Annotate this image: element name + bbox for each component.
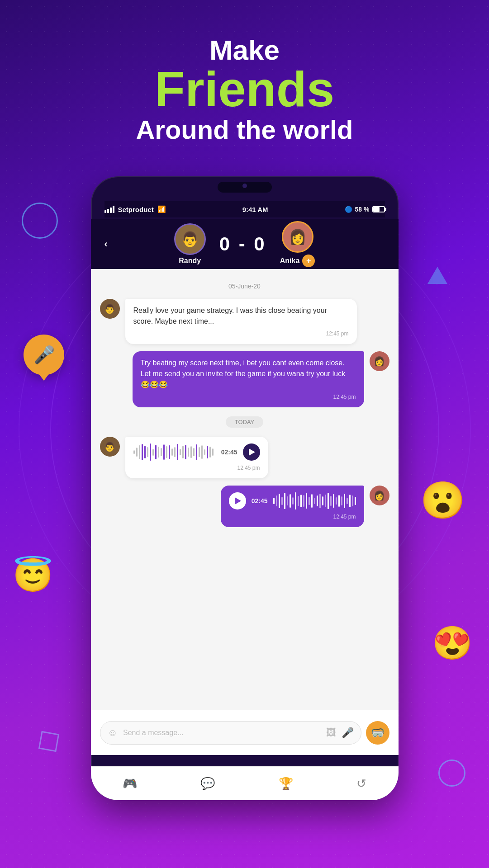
- games-icon: 🎮: [123, 777, 137, 791]
- play-button-received[interactable]: [243, 443, 260, 461]
- player1-name: Randy: [179, 257, 201, 265]
- status-time: 9:41 AM: [242, 206, 268, 213]
- voice-duration-received: 02:45: [221, 448, 237, 457]
- date-label: 05-June-20: [100, 283, 389, 290]
- voice-duration-sent: 02:45: [252, 496, 268, 506]
- status-bar: Setproduct 📶 9:41 AM 🔵 58 %: [104, 201, 385, 217]
- play-button-sent[interactable]: [229, 492, 246, 509]
- player2-section: 👩 Anika +: [280, 221, 315, 267]
- around-heading: Around the world: [0, 114, 489, 146]
- wifi-icon: 📶: [157, 205, 166, 213]
- bottom-navigation: 🎮 💬 🏆 ↺: [91, 766, 399, 800]
- input-mic-icon[interactable]: 🎤: [342, 727, 354, 739]
- friends-heading: Friends: [0, 64, 489, 114]
- message-time-2: 12:45 pm: [141, 393, 356, 401]
- message-received-1: 👨 Really love your game strategy. I was …: [100, 299, 389, 344]
- heart-eyes-emoji: 😍: [432, 624, 473, 662]
- mask-icon: 🥽: [371, 726, 385, 739]
- voice-received: 👨: [100, 437, 389, 478]
- score-display: 0 - 0: [219, 233, 266, 255]
- today-badge-text: TODAY: [226, 416, 264, 428]
- battery-icon: [372, 206, 385, 212]
- back-button[interactable]: ‹: [104, 238, 108, 250]
- voice-time-sent: 12:45 pm: [229, 513, 356, 521]
- player2-name: Anika: [280, 257, 300, 265]
- player1-avatar: 👨: [174, 223, 206, 255]
- bubble-sent-1: Try beating my score next time, i bet yo…: [133, 351, 364, 407]
- message-input-bar: ☺ Send a message... 🖼 🎤 🥽: [91, 710, 399, 755]
- message-text-1: Really love your game strategy. I was th…: [133, 307, 327, 325]
- nav-trophy[interactable]: 🏆: [270, 773, 302, 794]
- message-sent-1: 👩 Try beating my score next time, i bet …: [100, 351, 389, 407]
- phone-camera: [242, 184, 247, 188]
- floating-mic-bubble: 🎤: [24, 335, 64, 375]
- bubble-received-1: Really love your game strategy. I was th…: [125, 299, 357, 344]
- play-triangle-icon-sent: [235, 497, 241, 505]
- voice-bubble-received[interactable]: 02:45 12:45 pm: [125, 437, 268, 478]
- voice-sender-avatar-2: 👩: [370, 486, 389, 505]
- phone-mockup: Setproduct 📶 9:41 AM 🔵 58 % ‹ 👨 Randy 0 …: [91, 176, 399, 800]
- chat-icon: 💬: [200, 777, 215, 791]
- chat-area: 05-June-20 👨 Really love your game strat…: [91, 269, 399, 755]
- smiley-icon[interactable]: ☺: [108, 727, 118, 739]
- nav-chat[interactable]: 💬: [191, 773, 224, 794]
- message-placeholder: Send a message...: [123, 729, 321, 737]
- today-divider: TODAY: [100, 416, 389, 428]
- signal-icon: [104, 206, 114, 213]
- surprised-emoji: 😮: [420, 479, 465, 522]
- game-header: ‹ 👨 Randy 0 - 0 👩 Anika +: [91, 219, 399, 269]
- voice-sent: 👩 02:45: [100, 486, 389, 527]
- nav-replay[interactable]: ↺: [347, 773, 375, 794]
- carrier-name: Setproduct: [118, 206, 154, 213]
- player2-avatar: 👩: [282, 221, 313, 253]
- message-input-field[interactable]: ☺ Send a message... 🖼 🎤: [100, 721, 361, 745]
- replay-icon: ↺: [356, 777, 366, 791]
- image-icon[interactable]: 🖼: [326, 727, 336, 739]
- trophy-icon: 🏆: [279, 777, 293, 791]
- battery-percent: 58 %: [355, 206, 370, 213]
- mic-icon: 🎤: [33, 345, 55, 365]
- waveform-received: [133, 443, 216, 461]
- sender-avatar-2: 👩: [370, 351, 389, 371]
- sender-avatar-1: 👨: [100, 299, 120, 319]
- message-text-2: Try beating my score next time, i bet yo…: [141, 359, 346, 388]
- nav-games[interactable]: 🎮: [114, 773, 146, 794]
- waveform-sent: [273, 492, 356, 510]
- player1-section: 👨 Randy: [174, 223, 206, 265]
- voice-sender-avatar: 👨: [100, 437, 120, 457]
- voice-time-received: 12:45 pm: [133, 464, 260, 472]
- mask-button[interactable]: 🥽: [366, 721, 389, 745]
- play-triangle-icon: [249, 448, 255, 456]
- bluetooth-icon: 🔵: [345, 206, 352, 213]
- add-friend-button[interactable]: +: [302, 255, 315, 267]
- message-time-1: 12:45 pm: [133, 330, 349, 338]
- angel-emoji: 😇: [13, 556, 53, 594]
- make-heading: Make: [0, 36, 489, 64]
- voice-bubble-sent[interactable]: 02:45: [221, 486, 364, 527]
